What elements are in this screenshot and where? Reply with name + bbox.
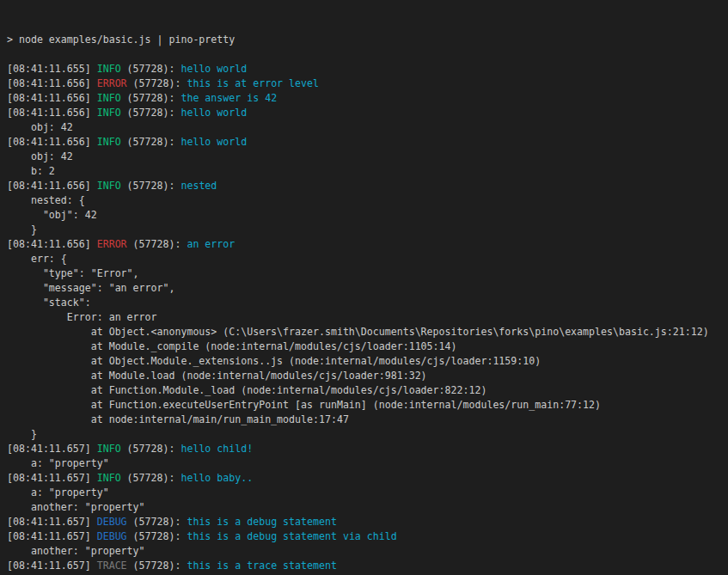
log-green-segment: INFO xyxy=(97,107,121,119)
terminal-output: > node examples/basic.js | pino-pretty [… xyxy=(7,33,725,575)
log-text: (57728): xyxy=(127,560,187,572)
log-text: another: "property" xyxy=(7,545,145,557)
log-text: err: { xyxy=(7,253,67,265)
log-line: err: { xyxy=(7,252,725,266)
log-text: at Object.Module._extensions..js (node:i… xyxy=(7,355,541,367)
log-line: obj: 42 xyxy=(7,120,725,135)
log-cyan-segment: hello child! xyxy=(180,443,253,455)
log-text: (57728): xyxy=(121,63,181,75)
log-text: [08:41:11.657] xyxy=(7,530,97,542)
log-text: } xyxy=(7,428,37,440)
log-cyan-segment: this is at error level xyxy=(187,77,319,89)
log-text: > node examples/basic.js | pino-pretty xyxy=(7,34,235,46)
log-text: at Module.load (node:internal/modules/cj… xyxy=(7,370,427,382)
log-line: nested: { xyxy=(7,193,725,208)
log-cyan-segment: hello baby.. xyxy=(180,472,253,484)
log-green-segment: INFO xyxy=(97,180,121,192)
log-line: [08:41:11.657] DEBUG (57728): this is a … xyxy=(7,529,725,544)
log-line: a: "property" xyxy=(7,486,725,500)
log-text: another: "property" xyxy=(7,501,145,513)
log-line: another: "property" xyxy=(7,544,725,559)
log-text: at Module._compile (node:internal/module… xyxy=(7,340,457,352)
log-line: b: 2 xyxy=(7,164,725,179)
log-text: [08:41:11.657] xyxy=(7,443,97,455)
log-line: "stack": xyxy=(7,296,725,310)
log-text: Error: an error xyxy=(7,311,157,323)
log-line: [08:41:11.657] TRACE (57728): this is a … xyxy=(7,559,725,573)
log-text: [08:41:11.656] xyxy=(7,77,97,89)
log-text: "message": "an error", xyxy=(7,282,174,294)
log-line: at Object.Module._extensions..js (node:i… xyxy=(7,354,725,369)
terminal[interactable]: > node examples/basic.js | pino-pretty [… xyxy=(0,0,728,575)
log-green-segment: INFO xyxy=(97,63,121,75)
log-text: "obj": 42 xyxy=(7,209,97,221)
log-text: at node:internal/main/run_main_module:17… xyxy=(7,413,349,425)
log-text: a: "property" xyxy=(7,457,109,469)
log-green-segment: INFO xyxy=(97,136,121,148)
log-line: [08:41:11.656] ERROR (57728): an error xyxy=(7,237,725,252)
log-text: [08:41:11.657] xyxy=(7,472,97,484)
log-text: "type": "Error", xyxy=(7,267,139,279)
log-line: at Module.load (node:internal/modules/cj… xyxy=(7,369,725,383)
log-line xyxy=(7,47,725,62)
log-blue-segment: DEBUG xyxy=(97,516,127,528)
log-cyan-segment: nested xyxy=(180,180,217,192)
log-line: [08:41:11.657] INFO (57728): hello child… xyxy=(7,442,725,456)
log-text: nested: { xyxy=(7,194,85,206)
log-text: (57728): xyxy=(127,516,187,528)
log-line: > node examples/basic.js | pino-pretty xyxy=(7,33,725,47)
log-text: [08:41:11.656] xyxy=(7,107,97,119)
log-green-segment: INFO xyxy=(97,472,121,484)
log-cyan-segment: this is a trace statement xyxy=(187,560,337,572)
log-cyan-segment: an error xyxy=(187,238,235,250)
log-line: at Module._compile (node:internal/module… xyxy=(7,339,725,354)
log-text: (57728): xyxy=(121,107,181,119)
log-green-segment: INFO xyxy=(97,92,121,104)
log-text: "stack": xyxy=(7,297,91,309)
log-text: at Object.<anonymous> (C:\Users\frazer.s… xyxy=(7,326,709,338)
log-line: [08:41:11.655] INFO (57728): hello world xyxy=(7,62,725,76)
log-red-segment: ERROR xyxy=(97,77,127,89)
log-cyan-segment: this is a debug statement via child xyxy=(187,530,396,542)
log-text: at Function.executeUserEntryPoint [as ru… xyxy=(7,399,601,411)
log-line: [08:41:11.657] DEBUG (57728): this is a … xyxy=(7,515,725,529)
log-text: [08:41:11.655] xyxy=(7,63,97,75)
log-text: obj: 42 xyxy=(7,121,73,133)
log-line: [08:41:11.656] INFO (57728): hello world xyxy=(7,106,725,120)
log-text: b: 2 xyxy=(7,165,55,177)
log-line: a: "property" xyxy=(7,456,725,471)
log-text: [08:41:11.657] xyxy=(7,516,97,528)
log-line: at Object.<anonymous> (C:\Users\frazer.s… xyxy=(7,325,725,339)
log-text: [08:41:11.656] xyxy=(7,136,97,148)
log-line: "message": "an error", xyxy=(7,281,725,296)
log-line: at Function.Module._load (node:internal/… xyxy=(7,383,725,398)
log-line: [08:41:11.657] INFO (57728): hello baby.… xyxy=(7,471,725,486)
log-cyan-segment: this is a debug statement xyxy=(187,516,337,528)
log-line: "obj": 42 xyxy=(7,208,725,223)
log-text: (57728): xyxy=(121,92,181,104)
log-text: obj: 42 xyxy=(7,150,73,162)
log-green-segment: INFO xyxy=(97,443,121,455)
log-red-segment: ERROR xyxy=(97,238,127,250)
log-line: at Function.executeUserEntryPoint [as ru… xyxy=(7,398,725,413)
log-text: [08:41:11.656] xyxy=(7,92,97,104)
log-line: Error: an error xyxy=(7,310,725,325)
log-line: another: "property" xyxy=(7,500,725,515)
log-text: (57728): xyxy=(121,443,181,455)
log-line: [08:41:11.656] ERROR (57728): this is at… xyxy=(7,76,725,91)
log-text: (57728): xyxy=(121,472,181,484)
log-line: [08:41:11.656] INFO (57728): hello world xyxy=(7,135,725,150)
log-text: [08:41:11.656] xyxy=(7,180,97,192)
log-text: at Function.Module._load (node:internal/… xyxy=(7,384,486,396)
log-line: [08:41:11.656] INFO (57728): the answer … xyxy=(7,91,725,106)
log-text: [08:41:11.657] xyxy=(7,560,97,572)
log-text: (57728): xyxy=(127,238,187,250)
log-line: [08:41:11.656] INFO (57728): nested xyxy=(7,179,725,193)
log-gray-segment: TRACE xyxy=(97,560,127,572)
log-line: } xyxy=(7,427,725,442)
log-text: } xyxy=(7,223,37,236)
log-cyan-segment: hello world xyxy=(180,136,247,148)
log-line: at node:internal/main/run_main_module:17… xyxy=(7,413,725,427)
log-text: [08:41:11.656] xyxy=(7,238,97,250)
log-text: a: "property" xyxy=(7,486,109,499)
